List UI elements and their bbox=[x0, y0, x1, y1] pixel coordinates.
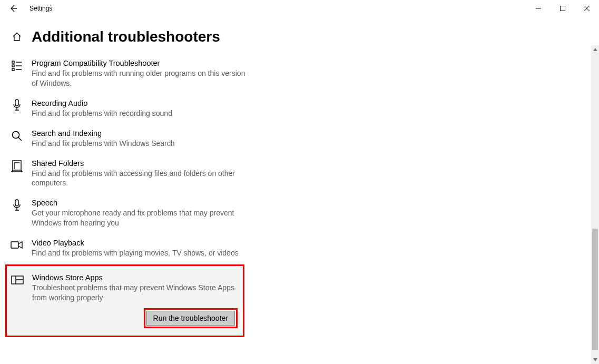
item-title: Video Playback bbox=[32, 239, 246, 247]
item-description: Find and fix problems with playing movie… bbox=[32, 248, 246, 258]
svg-rect-8 bbox=[11, 242, 18, 248]
svg-rect-3 bbox=[12, 68, 14, 71]
item-description: Find and fix problems with accessing fil… bbox=[32, 169, 246, 189]
item-title: Speech bbox=[32, 199, 246, 207]
item-description: Find and fix problems with running older… bbox=[32, 68, 246, 88]
scrollbar[interactable] bbox=[591, 45, 599, 364]
search-icon bbox=[11, 130, 23, 142]
store-apps-icon bbox=[11, 274, 24, 287]
shared-folders-icon bbox=[11, 160, 23, 172]
scroll-down-icon[interactable] bbox=[591, 356, 599, 364]
item-description: Find and fix problems with Windows Searc… bbox=[32, 139, 246, 149]
item-title: Windows Store Apps bbox=[32, 273, 238, 282]
selected-troubleshooter: Windows Store Apps Troubleshoot problems… bbox=[5, 264, 244, 337]
troubleshooter-item[interactable]: Program Compatibility Troubleshooter Fin… bbox=[11, 55, 246, 95]
window-title: Settings bbox=[30, 5, 52, 12]
svg-rect-2 bbox=[12, 65, 14, 67]
page-heading: Additional troubleshooters bbox=[32, 28, 220, 45]
item-title: Shared Folders bbox=[32, 159, 246, 168]
home-icon[interactable] bbox=[11, 31, 23, 43]
svg-rect-7 bbox=[15, 200, 18, 206]
item-description: Get your microphone ready and fix proble… bbox=[32, 208, 246, 228]
compatibility-icon bbox=[11, 60, 23, 72]
troubleshooter-item[interactable]: Search and Indexing Find and fix problem… bbox=[11, 125, 246, 155]
svg-rect-0 bbox=[561, 6, 565, 11]
item-description: Troubleshoot problems that may prevent W… bbox=[32, 283, 238, 303]
microphone-icon bbox=[11, 199, 23, 212]
video-icon bbox=[11, 239, 23, 252]
scroll-track[interactable] bbox=[591, 54, 599, 356]
scroll-thumb[interactable] bbox=[592, 229, 598, 349]
svg-point-5 bbox=[13, 131, 19, 138]
item-title: Search and Indexing bbox=[32, 129, 246, 137]
svg-rect-1 bbox=[12, 61, 14, 63]
maximize-button[interactable] bbox=[551, 0, 575, 17]
item-description: Find and fix problems with recording sou… bbox=[32, 109, 246, 119]
back-button[interactable] bbox=[7, 4, 19, 13]
item-title: Program Compatibility Troubleshooter bbox=[32, 59, 246, 67]
svg-rect-4 bbox=[15, 100, 18, 106]
troubleshooter-item[interactable]: Speech Get your microphone ready and fix… bbox=[11, 194, 246, 234]
minimize-button[interactable] bbox=[526, 0, 551, 17]
highlight-box: Run the troubleshooter bbox=[144, 308, 238, 328]
troubleshooter-item[interactable]: Video Playback Find and fix problems wit… bbox=[11, 234, 246, 264]
microphone-icon bbox=[11, 100, 23, 112]
run-troubleshooter-button[interactable]: Run the troubleshooter bbox=[146, 311, 235, 326]
troubleshooter-item[interactable]: Recording Audio Find and fix problems wi… bbox=[11, 95, 246, 125]
troubleshooter-item[interactable]: Windows Store Apps Troubleshoot problems… bbox=[11, 270, 238, 308]
troubleshooter-item[interactable]: Shared Folders Find and fix problems wit… bbox=[11, 155, 246, 195]
close-button[interactable] bbox=[575, 0, 599, 17]
scroll-up-icon[interactable] bbox=[591, 45, 599, 54]
item-title: Recording Audio bbox=[32, 99, 246, 107]
